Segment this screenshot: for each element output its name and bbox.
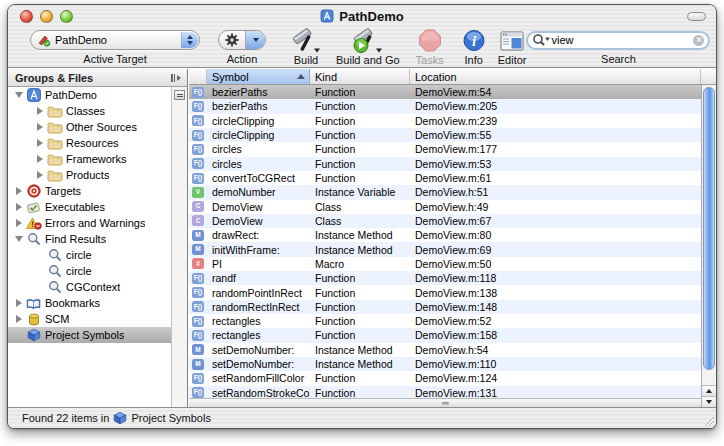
symbol-row[interactable]: F()circlesFunctionDemoView.m:177 <box>189 142 701 156</box>
symbol-cell: setDemoNumber: <box>207 358 310 370</box>
sidebar-item-bookmarks[interactable]: Bookmarks <box>8 295 171 311</box>
disclosure-triangle-icon[interactable] <box>33 139 46 147</box>
loc-cell: DemoView.m:205 <box>410 100 701 112</box>
status-bar: Found 22 items in Project Symbols <box>8 407 716 428</box>
sidebar-item-project-symbols[interactable]: Project Symbols <box>8 327 171 343</box>
symbol-row[interactable]: CDemoViewClassDemoView.h:49 <box>189 200 701 214</box>
toolbar-toggle-button[interactable] <box>687 12 706 21</box>
vertical-scrollbar[interactable] <box>701 85 716 407</box>
kind-cell: Function <box>310 372 410 384</box>
editor-button[interactable]: Editor <box>498 27 527 66</box>
sidebar-item-products[interactable]: Products <box>8 167 171 183</box>
disclosure-triangle-icon[interactable] <box>33 123 46 131</box>
kind-cell: Instance Method <box>310 344 410 356</box>
clear-search-icon[interactable]: ✕ <box>693 35 704 46</box>
sidebar-item-label: circle <box>66 265 92 277</box>
symbol-row[interactable]: F()circleClippingFunctionDemoView.m:55 <box>189 128 701 142</box>
symbol-row[interactable]: F()circlesFunctionDemoView.m:53 <box>189 157 701 171</box>
symbol-row[interactable]: F()rectanglesFunctionDemoView.m:52 <box>189 314 701 328</box>
sidebar-item-resources[interactable]: Resources <box>8 135 171 151</box>
disclosure-triangle-icon[interactable] <box>12 187 25 195</box>
disclosure-triangle-icon[interactable] <box>12 203 25 211</box>
symbol-row[interactable]: MdrawRect:Instance MethodDemoView.m:80 <box>189 228 701 242</box>
xcode-project-icon <box>25 88 42 103</box>
column-header-location[interactable]: Location <box>410 69 701 84</box>
sidebar-item-errors-and-warnings[interactable]: Errors and Warnings <box>8 215 171 231</box>
variable-badge-icon: V <box>189 187 207 198</box>
symbol-row[interactable]: MsetDemoNumber:Instance MethodDemoView.h… <box>189 343 701 357</box>
sidebar-tree: PathDemoClassesOther SourcesResourcesFra… <box>8 87 171 407</box>
function-badge-icon: F() <box>189 373 207 384</box>
symbol-cell: setRandomFillColor <box>207 372 310 384</box>
sidebar-item-label: Project Symbols <box>45 329 124 341</box>
disclosure-triangle-icon[interactable] <box>12 315 25 323</box>
loc-cell: DemoView.h:49 <box>410 201 701 213</box>
disclosure-triangle-icon[interactable] <box>12 219 25 227</box>
active-target-popup[interactable]: PathDemo <box>30 30 200 50</box>
loc-cell: DemoView.m:61 <box>410 172 701 184</box>
action-dropdown-arrow-icon <box>246 31 265 49</box>
function-badge-icon: F() <box>189 115 207 126</box>
symbol-row[interactable]: CDemoViewClassDemoView.m:67 <box>189 214 701 228</box>
sidebar-item-pathdemo[interactable]: PathDemo <box>8 87 171 103</box>
symbol-row[interactable]: F()bezierPathsFunctionDemoView.m:205 <box>189 99 701 113</box>
symbol-row[interactable]: F()circleClippingFunctionDemoView.m:239 <box>189 114 701 128</box>
column-header-symbol[interactable]: Symbol <box>207 69 310 84</box>
symbol-cell: DemoView <box>207 201 310 213</box>
function-badge-icon: F() <box>189 101 207 112</box>
sidebar-menu-widget-icon[interactable] <box>174 90 185 100</box>
scroll-up-button[interactable] <box>702 385 716 396</box>
disclosure-triangle-icon[interactable] <box>33 107 46 115</box>
method-badge-icon: M <box>189 244 207 255</box>
splitter-handle-icon[interactable] <box>167 74 185 82</box>
disclosure-triangle-icon[interactable] <box>12 236 25 242</box>
disclosure-triangle-icon[interactable] <box>12 92 25 98</box>
sidebar-item-circle[interactable]: circle <box>8 263 171 279</box>
symbol-row[interactable]: F()randomRectInRectFunctionDemoView.m:14… <box>189 300 701 314</box>
symbol-row[interactable]: F()convertToCGRectFunctionDemoView.m:61 <box>189 171 701 185</box>
symbol-row[interactable]: MsetDemoNumber:Instance MethodDemoView.m… <box>189 357 701 371</box>
sidebar-item-label: SCM <box>45 313 69 325</box>
sidebar-scrollbar[interactable] <box>171 87 187 407</box>
symbol-row[interactable]: MinitWithFrame:Instance MethodDemoView.m… <box>189 242 701 256</box>
symbol-row[interactable]: #PIMacroDemoView.m:50 <box>189 257 701 271</box>
symbol-row[interactable]: F()bezierPathsFunctionDemoView.m:54 <box>189 85 701 99</box>
sidebar-item-circle[interactable]: circle <box>8 247 171 263</box>
scrollbar-thumb[interactable] <box>703 87 715 370</box>
symbol-row[interactable]: F()setRandomStrokeColoFunctionDemoView.m… <box>189 386 701 398</box>
disclosure-triangle-icon[interactable] <box>33 171 46 179</box>
symbol-row[interactable]: F()rectanglesFunctionDemoView.m:158 <box>189 328 701 342</box>
search-icon[interactable] <box>532 33 551 47</box>
column-header-kind[interactable]: Kind <box>310 69 410 84</box>
sidebar-item-frameworks[interactable]: Frameworks <box>8 151 171 167</box>
magnifier-icon <box>46 264 63 279</box>
disclosure-triangle-icon[interactable] <box>33 155 46 163</box>
sidebar-item-classes[interactable]: Classes <box>8 103 171 119</box>
resize-grip[interactable] <box>702 414 715 427</box>
symbol-row[interactable]: F()randomPointInRectFunctionDemoView.m:1… <box>189 285 701 299</box>
sidebar-item-targets[interactable]: Targets <box>8 183 171 199</box>
sidebar-item-executables[interactable]: Executables <box>8 199 171 215</box>
action-button[interactable] <box>218 30 266 50</box>
build-and-go-button[interactable]: Build and Go <box>336 27 400 66</box>
horizontal-splitter[interactable] <box>189 398 701 407</box>
title-bar[interactable]: PathDemo <box>8 5 716 27</box>
scroll-down-button[interactable] <box>702 396 716 407</box>
editor-window-icon <box>499 29 525 53</box>
search-text-input[interactable] <box>551 34 693 46</box>
sidebar-item-find-results[interactable]: Find Results <box>8 231 171 247</box>
hammer-icon <box>290 27 322 54</box>
search-input[interactable]: ✕ <box>526 31 710 50</box>
kind-cell: Function <box>310 172 410 184</box>
symbol-row[interactable]: F()randfFunctionDemoView.m:118 <box>189 271 701 285</box>
loc-cell: DemoView.m:118 <box>410 272 701 284</box>
sidebar-item-scm[interactable]: SCM <box>8 311 171 327</box>
sidebar-item-cgcontext[interactable]: CGContext <box>8 279 171 295</box>
info-button[interactable]: i Info <box>462 27 486 66</box>
sidebar-item-other-sources[interactable]: Other Sources <box>8 119 171 135</box>
symbol-row[interactable]: F()setRandomFillColorFunctionDemoView.m:… <box>189 371 701 385</box>
symbol-row[interactable]: VdemoNumberInstance VariableDemoView.h:5… <box>189 185 701 199</box>
kind-cell: Macro <box>310 258 410 270</box>
disclosure-triangle-icon[interactable] <box>12 299 25 307</box>
build-button[interactable]: Build <box>290 27 322 66</box>
